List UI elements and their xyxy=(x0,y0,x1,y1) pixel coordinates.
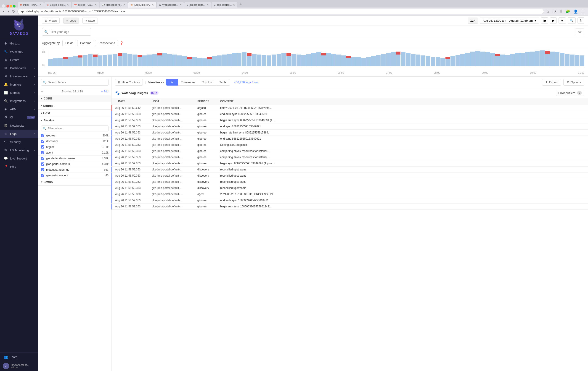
browser-tab-messages[interactable]: 💬 Messages fo... ✕ xyxy=(100,2,128,8)
th-content[interactable]: CONTENT xyxy=(218,98,588,105)
aggregate-tab-patterns[interactable]: Patterns xyxy=(77,40,94,46)
table-row[interactable]: Aug 26 11:58:59.353 gke-jimb-portal-defa… xyxy=(112,111,588,117)
table-row[interactable]: Aug 26 11:58:57.353 gke-jimb-portal-defa… xyxy=(112,197,588,203)
help-circle-icon[interactable]: ❓ xyxy=(120,41,123,45)
browser-bookmark[interactable]: ☆ xyxy=(545,9,550,14)
viz-timeseries-button[interactable]: Timeseries xyxy=(178,79,199,86)
table-row[interactable]: Aug 26 11:58:59.353 gke-jimb-portal-defa… xyxy=(112,123,588,130)
browser-tab-solo-cal[interactable]: 📅 solo.io - Cal... ✕ xyxy=(72,2,99,8)
aggregate-tab-fields[interactable]: Fields xyxy=(62,40,76,46)
play-button[interactable]: ▶ xyxy=(550,17,557,24)
table-row[interactable]: Aug 26 11:58:59.353 gke-jimb-portal-defa… xyxy=(112,167,588,173)
browser-profile[interactable]: 👤 xyxy=(572,9,579,14)
table-row[interactable]: Aug 26 11:58:59.353 gke-jimb-portal-defa… xyxy=(112,173,588,179)
table-row[interactable]: Aug 26 11:58:59.353 gke-jimb-portal-defa… xyxy=(112,136,588,142)
error-outliers-section[interactable]: Error outliers 0 xyxy=(556,90,584,96)
core-group-header[interactable]: ▾ CORE xyxy=(38,95,111,102)
export-button[interactable]: ⬆ Export xyxy=(542,79,561,86)
search-time-button[interactable]: 🔍 xyxy=(568,17,576,24)
aggregate-tab-transactions[interactable]: Transactions xyxy=(95,40,118,46)
browser-tab-logs[interactable]: 🐕 Log Explorer... ✕ xyxy=(128,2,156,8)
facet-checkbox-metadata-agent-go[interactable] xyxy=(41,168,44,171)
browser-menu[interactable]: ⋮ xyxy=(580,9,586,14)
filter-values-input[interactable] xyxy=(41,125,108,131)
save-button[interactable]: + Save xyxy=(83,18,98,24)
table-row[interactable]: Aug 26 11:58:59.353 gke-jimb-portal-defa… xyxy=(112,185,588,191)
browser-download[interactable]: ⬇ xyxy=(558,9,563,14)
sidebar-item-events[interactable]: ◈ Events xyxy=(0,56,38,64)
facet-checkbox-gloo-federation-console[interactable] xyxy=(41,157,44,160)
time-range-badge[interactable]: 12h xyxy=(468,18,478,24)
logs-nav-button[interactable]: ≡ Logs xyxy=(63,18,79,24)
facet-checkbox-agent[interactable] xyxy=(41,151,44,154)
browser-dot-yellow[interactable] xyxy=(10,5,12,8)
hide-controls-button[interactable]: ⊟ Hide Controls xyxy=(115,79,143,86)
sidebar-item-goto[interactable]: ⊕ Go to... xyxy=(0,39,38,48)
browser-forward[interactable]: › xyxy=(7,9,10,14)
browser-tab-gmail[interactable]: M Inbox - jimh... ✕ xyxy=(18,2,44,8)
skip-back-button[interactable]: ⏮ xyxy=(541,17,548,24)
th-service[interactable]: SERVICE xyxy=(195,98,218,105)
sidebar-item-apm[interactable]: ◈ APM › xyxy=(0,105,38,113)
browser-tab-ws[interactable]: W Websockets... ✕ xyxy=(157,2,184,8)
views-button[interactable]: ⊞ Views xyxy=(42,18,60,24)
facet-checkbox-gloo-portal-admin-ui[interactable] xyxy=(41,162,44,166)
sidebar-item-infrastructure[interactable]: 🖥 Infrastructure › xyxy=(0,72,38,80)
skip-forward-button[interactable]: ⏭ xyxy=(558,17,566,24)
table-row[interactable]: Aug 26 11:58:59.353 gke-jimb-portal-defa… xyxy=(112,130,588,136)
viz-list-button[interactable]: List xyxy=(166,79,178,86)
code-button[interactable]: </> xyxy=(575,29,584,35)
search-input[interactable] xyxy=(42,28,91,36)
sidebar-item-dashboards[interactable]: ⊞ Dashboards › xyxy=(0,64,38,72)
sidebar-item-notebooks[interactable]: 📓 Notebooks xyxy=(0,121,38,130)
browser-tab-solo-follow[interactable]: M Solo.io Follo... ✕ xyxy=(44,2,71,8)
url-bar[interactable]: app.datadoghq.com/logs?from_ts=162995040… xyxy=(17,9,544,14)
browser-shield[interactable]: 🛡 xyxy=(552,9,557,14)
sidebar-item-integrations[interactable]: 🔌 Integrations › xyxy=(0,97,38,105)
table-row[interactable]: Aug 26 11:58:59.353 gke-jimb-portal-defa… xyxy=(112,160,588,167)
browser-dot-red[interactable] xyxy=(6,5,9,8)
sidebar-item-metrics[interactable]: 📊 Metrics › xyxy=(0,89,38,97)
sidebar-item-ci[interactable]: ⚙ CI BETA xyxy=(0,113,38,121)
refresh-button[interactable]: ↻ xyxy=(578,17,584,24)
facet-checkbox-gke-metrics-agent[interactable] xyxy=(41,174,44,177)
sidebar-item-ux-monitoring[interactable]: 👁 UX Monitoring › xyxy=(0,146,38,154)
sidebar-item-help[interactable]: ❓ Help xyxy=(0,162,38,171)
table-row[interactable]: Aug 26 11:58:58.000 gke-jimb-portal-defa… xyxy=(112,191,588,197)
facet-search-input[interactable] xyxy=(41,79,108,86)
browser-dot-green[interactable] xyxy=(13,5,16,8)
browser-tab-gh1[interactable]: G jameshbarto... ✕ xyxy=(184,2,211,8)
th-host[interactable]: HOST xyxy=(149,98,195,105)
new-tab-button[interactable]: + xyxy=(238,1,243,8)
facet-section-service[interactable]: ▾ Service xyxy=(38,117,111,124)
browser-refresh[interactable]: ↻ xyxy=(11,9,16,14)
facet-section-host[interactable]: › Host xyxy=(38,110,111,117)
table-row[interactable]: Aug 26 11:58:59.353 gke-jimb-portal-defa… xyxy=(112,117,588,123)
browser-back[interactable]: ‹ xyxy=(2,9,5,14)
sidebar-item-team[interactable]: 👥 Team xyxy=(0,353,38,361)
sidebar-item-logs[interactable]: ≡ Logs › xyxy=(0,130,38,138)
sidebar-user-section[interactable]: J jim.barton@so... solo.io xyxy=(0,361,38,371)
sidebar-item-security[interactable]: 🛡 Security xyxy=(0,138,38,146)
sidebar-item-live-support[interactable]: 💬 Live Support xyxy=(0,154,38,162)
facet-checkbox-discovery[interactable] xyxy=(41,140,44,143)
th-date[interactable]: ↓ DATE xyxy=(112,98,149,105)
table-row[interactable]: Aug 26 11:58:59.353 gke-jimb-portal-defa… xyxy=(112,154,588,160)
table-row[interactable]: Aug 26 11:58:59.353 gke-jimb-portal-defa… xyxy=(112,179,588,185)
facet-section-source[interactable]: › Source xyxy=(38,102,111,110)
add-facet-button[interactable]: + Add xyxy=(101,90,108,93)
browser-tab-gh2[interactable]: G solo-io/gloo... ✕ xyxy=(211,2,237,8)
viz-table-button[interactable]: Table xyxy=(216,79,230,86)
table-row[interactable]: Aug 26 11:58:59.642 gke-jimb-portal-defa… xyxy=(112,105,588,111)
table-row[interactable]: Aug 26 11:58:59.353 gke-jimb-portal-defa… xyxy=(112,142,588,148)
browser-extensions[interactable]: 🧩 xyxy=(565,9,571,14)
viz-toplist-button[interactable]: Top List xyxy=(199,79,216,86)
sidebar-item-monitors[interactable]: 🔔 Monitors › xyxy=(0,80,38,89)
sidebar-item-watchdog[interactable]: 🐾 Watchdog xyxy=(0,48,38,56)
facet-section-status[interactable]: ▾ Status xyxy=(38,179,111,186)
table-row[interactable]: Aug 26 11:58:57.353 gke-jimb-portal-defa… xyxy=(112,203,588,210)
facet-checkbox-gloo-ee[interactable] xyxy=(41,134,44,137)
time-range-display[interactable]: Aug 26, 12:00 am – Aug 26, 11:59 am ▾ xyxy=(480,18,539,24)
table-row[interactable]: Aug 26 11:58:59.353 gke-jimb-portal-defa… xyxy=(112,148,588,154)
facet-checkbox-argocd[interactable] xyxy=(41,145,44,149)
